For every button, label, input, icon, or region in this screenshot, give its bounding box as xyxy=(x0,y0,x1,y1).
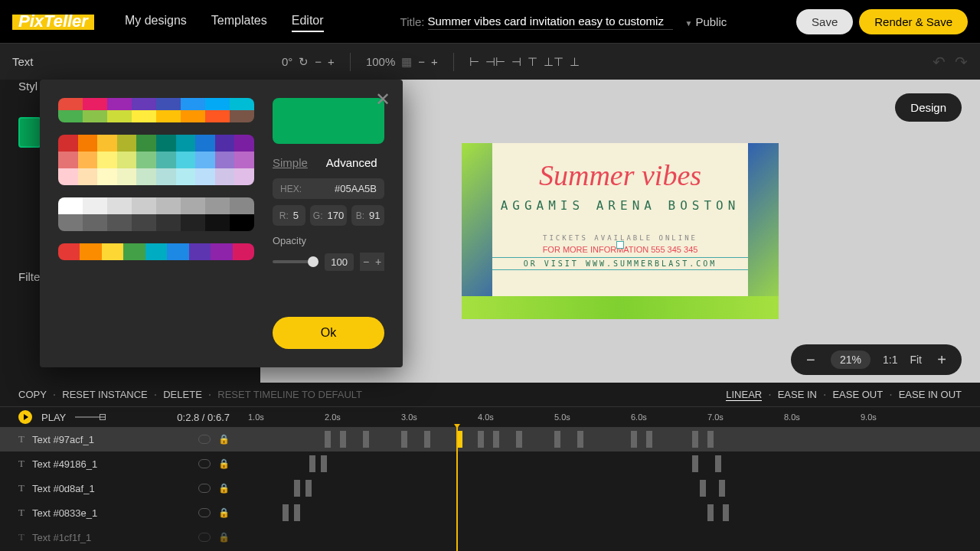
text-layer-icon: T xyxy=(18,458,24,470)
tab-advanced[interactable]: Advanced xyxy=(326,156,377,169)
play-button[interactable] xyxy=(18,410,32,424)
timeline-layer-row[interactable]: TText #0d8af_1🔒 xyxy=(0,476,980,500)
lock-icon[interactable]: 🔒 xyxy=(218,434,230,445)
align-right-icon[interactable]: ⊣ xyxy=(511,55,521,69)
timeline-panel: COPY · RESET INSTANCE · DELETE · RESET T… xyxy=(0,383,980,551)
lock-icon[interactable]: 🔒 xyxy=(218,507,230,518)
align-center-icon[interactable]: ⊣⊢ xyxy=(485,55,505,69)
transparency-icon[interactable]: ▦ xyxy=(401,55,412,69)
visibility-toggle-icon[interactable] xyxy=(198,484,211,493)
sidebar-filter-tab[interactable]: Filte xyxy=(18,270,41,283)
opacity-plus[interactable]: + xyxy=(372,253,384,271)
zoom-out-button[interactable]: − xyxy=(803,351,818,369)
close-icon[interactable]: ✕ xyxy=(375,89,390,110)
zoom-in-button[interactable]: + xyxy=(934,351,949,369)
timeline-layer-row[interactable]: TText #0833e_1🔒 xyxy=(0,500,980,525)
selection-handle[interactable] xyxy=(616,241,624,249)
nav-my-designs[interactable]: My designs xyxy=(125,11,187,32)
time-display: 0:2.8 / 0:6.7 xyxy=(177,412,230,423)
visibility-select[interactable]: Public xyxy=(685,15,727,28)
zoom-value: 100% xyxy=(366,55,395,68)
rotation-group: 0° ↻ − + xyxy=(282,55,335,69)
zoom-percentage[interactable]: 21% xyxy=(831,350,871,369)
rotation-value: 0° xyxy=(282,55,292,68)
hex-input[interactable]: HEX: #05AA5B xyxy=(273,178,384,199)
align-left-icon[interactable]: ⊢ xyxy=(469,55,479,69)
lock-icon[interactable]: 🔒 xyxy=(218,483,230,494)
timeline-rows: TText #97acf_1🔒 TText #49186_1🔒 TText #0… xyxy=(0,427,980,549)
design-mode-badge[interactable]: Design xyxy=(895,93,962,122)
text-layer-icon: T xyxy=(18,482,24,494)
easing-ease-out[interactable]: EASE OUT xyxy=(832,389,883,400)
zoom-plus[interactable]: + xyxy=(431,55,438,68)
save-button[interactable]: Save xyxy=(796,9,853,34)
main-nav: My designs Templates Editor xyxy=(125,11,324,32)
render-save-button[interactable]: Render & Save xyxy=(859,9,968,34)
r-input[interactable]: R:5 xyxy=(273,205,305,226)
tab-simple[interactable]: Simple xyxy=(273,156,308,169)
opacity-value[interactable]: 100 xyxy=(325,253,354,271)
timeline-layer-row[interactable]: TText #1cf1f_1🔒 xyxy=(0,525,980,549)
g-input[interactable]: G:170 xyxy=(310,205,347,226)
reset-instance-action[interactable]: RESET INSTANCE xyxy=(62,389,147,400)
color-controls: Simple Advanced HEX: #05AA5B R:5 G:170 B… xyxy=(273,98,384,349)
align-bottom-icon[interactable]: ⊥ xyxy=(570,55,580,69)
visibility-toggle-icon[interactable] xyxy=(198,459,211,468)
palette-rainbow[interactable] xyxy=(58,243,254,260)
style-color-swatch[interactable] xyxy=(18,117,41,148)
align-top-icon[interactable]: ⊤ xyxy=(528,55,537,69)
copy-action[interactable]: COPY xyxy=(18,389,47,400)
lock-icon[interactable]: 🔒 xyxy=(218,532,230,543)
opacity-label: Opacity xyxy=(273,235,384,246)
timeline-layer-row[interactable]: TText #97acf_1🔒 xyxy=(0,427,980,452)
card-venue-text[interactable]: Aggamis Arena Boston xyxy=(462,198,779,213)
undo-icon[interactable]: ↶ xyxy=(933,53,946,71)
align-middle-icon[interactable]: ⊥⊤ xyxy=(544,55,564,69)
card-title-text[interactable]: Summer vibes xyxy=(462,158,779,192)
palette-material[interactable] xyxy=(58,135,254,185)
delete-action[interactable]: DELETE xyxy=(163,389,202,400)
nav-editor[interactable]: Editor xyxy=(292,11,324,32)
time-ruler[interactable]: 1.0s 2.0s 3.0s 4.0s 5.0s 6.0s 7.0s 8.0s … xyxy=(248,412,980,422)
align-group: ⊢ ⊣⊢ ⊣ ⊤ ⊥⊤ ⊥ xyxy=(469,55,580,69)
timeline-actions-bar: COPY · RESET INSTANCE · DELETE · RESET T… xyxy=(0,383,980,407)
visibility-toggle-icon[interactable] xyxy=(198,508,211,517)
zoom-fit-button[interactable]: Fit xyxy=(910,354,922,366)
lock-icon[interactable]: 🔒 xyxy=(218,458,230,469)
rotation-minus[interactable]: − xyxy=(315,55,322,68)
zoom-actual-button[interactable]: 1:1 xyxy=(883,354,897,366)
rotate-icon[interactable]: ↻ xyxy=(299,55,309,69)
visibility-toggle-icon[interactable] xyxy=(198,533,211,542)
opacity-minus[interactable]: − xyxy=(360,253,372,271)
visibility-toggle-icon[interactable] xyxy=(198,435,211,444)
sidebar-style-tab[interactable]: Styl xyxy=(18,80,41,93)
selected-text-element[interactable]: or visit www.summerblast.com xyxy=(486,257,754,270)
easing-ease-in[interactable]: EASE IN xyxy=(778,389,817,400)
easing-linear[interactable]: LINEAR xyxy=(726,389,762,401)
editor-toolbar: Text 0° ↻ − + 100% ▦ − + ⊢ ⊣⊢ ⊣ ⊤ ⊥⊤ ⊥ ↶… xyxy=(0,43,980,80)
timeline-header: PLAY 0:2.8 / 0:6.7 1.0s 2.0s 3.0s 4.0s 5… xyxy=(0,407,980,427)
zoom-group: 100% ▦ − + xyxy=(366,55,438,69)
timeline-layer-row[interactable]: TText #49186_1🔒 xyxy=(0,452,980,476)
zoom-minus[interactable]: − xyxy=(418,55,425,68)
easing-ease-in-out[interactable]: EASE IN OUT xyxy=(899,389,962,400)
nav-templates[interactable]: Templates xyxy=(211,11,267,32)
speed-slider[interactable] xyxy=(75,416,106,418)
title-label: Title: xyxy=(400,15,425,28)
sidebar-text-tab[interactable]: Text xyxy=(12,55,34,68)
design-card[interactable]: Summer vibes Aggamis Arena Boston Ticket… xyxy=(462,143,779,319)
reset-timeline-action[interactable]: RESET TIMELINE TO DEFAULT xyxy=(217,389,362,400)
playhead[interactable] xyxy=(456,427,458,551)
b-input[interactable]: B:91 xyxy=(351,205,384,226)
palette-bright[interactable] xyxy=(58,98,254,122)
ok-button[interactable]: Ok xyxy=(273,317,384,349)
title-input[interactable] xyxy=(428,13,673,30)
color-palettes xyxy=(58,98,254,349)
palette-gray[interactable] xyxy=(58,197,254,231)
text-layer-icon: T xyxy=(18,507,24,519)
app-header: PixTeller My designs Templates Editor Ti… xyxy=(0,0,980,43)
opacity-slider[interactable] xyxy=(273,260,318,263)
rotation-plus[interactable]: + xyxy=(328,55,335,68)
redo-icon[interactable]: ↷ xyxy=(955,53,968,71)
logo[interactable]: PixTeller xyxy=(12,8,94,34)
